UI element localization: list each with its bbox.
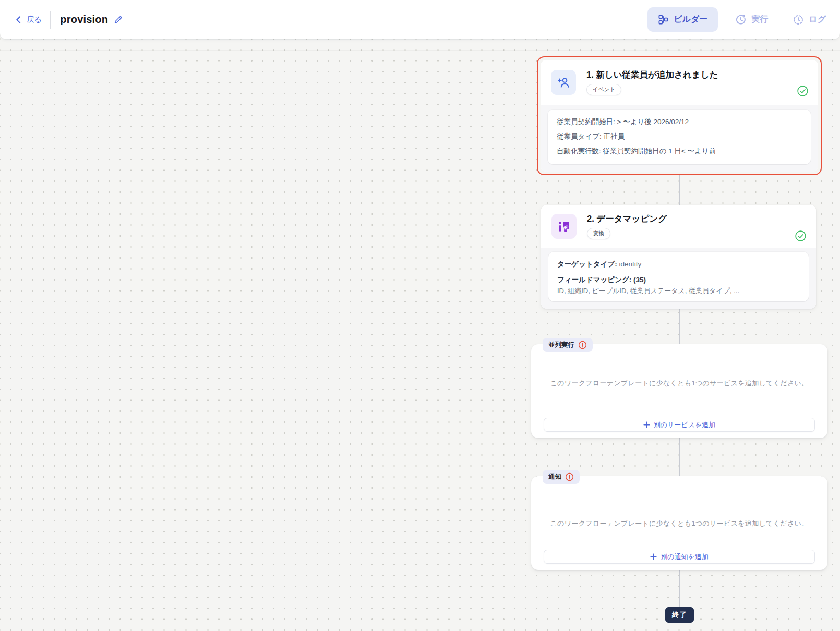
workflow-builder-screen: 戻る provision ビルダー 実行 ログ: [0, 0, 840, 631]
logs-clock-icon: [793, 14, 804, 26]
add-service-button[interactable]: 別のサービスを追加: [544, 418, 815, 432]
step-card-event[interactable]: 1. 新しい従業員が追加されました イベント 従業員契約開始日: > 〜より後 …: [541, 60, 818, 172]
step-event-body: 従業員契約開始日: > 〜より後 2026/02/12 従業員タイプ: 正社員 …: [541, 105, 818, 172]
field-mapping-preview: ID, 組織ID, ピープルID, 従業員ステータス, 従業員タイプ, ...: [557, 285, 800, 296]
step-mapping-title: 2. データマッピング: [587, 213, 667, 225]
back-label: 戻る: [27, 15, 42, 25]
connector-line: [679, 570, 680, 608]
step-event-texts: 1. 新しい従業員が追加されました イベント: [586, 69, 718, 95]
pencil-icon: [113, 15, 123, 25]
add-service-label: 別のサービスを追加: [654, 420, 716, 430]
builder-flow-icon: [658, 14, 669, 25]
parallel-tag: 並列実行: [543, 338, 593, 352]
target-type-label: ターゲットタイプ:: [557, 260, 617, 268]
step-event-type-badge: イベント: [586, 84, 621, 95]
field-mapping-label: フィールドマッピング: (35): [557, 275, 800, 285]
back-chevron-icon: [14, 15, 24, 25]
condition-line: 従業員タイプ: 正社員: [557, 129, 802, 144]
warning-icon: [578, 341, 587, 349]
target-type-value: identity: [619, 260, 641, 268]
step-mapping-type-badge: 変換: [587, 228, 610, 239]
step-event-conditions: 従業員契約開始日: > 〜より後 2026/02/12 従業員タイプ: 正社員 …: [548, 110, 811, 164]
add-notification-button[interactable]: 別の通知を追加: [544, 550, 815, 564]
parallel-tag-label: 並列実行: [548, 341, 574, 349]
plus-icon: [650, 553, 657, 560]
step-mapping-body: ターゲットタイプ: identity フィールドマッピング: (35) ID, …: [541, 248, 816, 309]
tab-logs[interactable]: ログ: [793, 14, 826, 26]
condition-line: 従業員契約開始日: > 〜より後 2026/02/12: [557, 115, 802, 129]
connector-line: [679, 175, 680, 205]
warning-icon: [565, 472, 574, 481]
tab-logs-label: ログ: [809, 14, 826, 25]
tab-builder-label: ビルダー: [674, 14, 707, 25]
header-divider: [50, 11, 51, 29]
empty-state-message: このワークフローテンプレートに少なくとも1つのサービスを追加してください。: [531, 519, 827, 528]
group-card-parallel[interactable]: 並列実行 このワークフローテンプレートに少なくとも1つのサービスを追加してくださ…: [531, 344, 827, 438]
step-event-header: 1. 新しい従業員が追加されました イベント: [541, 60, 818, 105]
connector-line: [679, 438, 680, 476]
tab-run-label: 実行: [751, 14, 768, 25]
condition-line: 自動化実行数: 従業員契約開始日の 1 日< 〜より前: [557, 144, 802, 159]
step-mapping-header: 2. データマッピング 変換: [541, 205, 816, 248]
top-bar: 戻る provision ビルダー 実行 ログ: [0, 0, 840, 39]
run-clock-icon: [735, 14, 747, 26]
step-mapping-summary: ターゲットタイプ: identity フィールドマッピング: (35) ID, …: [548, 252, 809, 301]
connector-line: [679, 309, 680, 344]
plus-icon: [643, 421, 650, 428]
step-mapping-texts: 2. データマッピング 変換: [587, 213, 667, 239]
notification-tag-label: 通知: [548, 472, 561, 481]
back-button[interactable]: 戻る: [14, 15, 42, 25]
tab-run[interactable]: 実行: [735, 14, 768, 26]
group-card-notification[interactable]: 通知 このワークフローテンプレートに少なくとも1つのサービスを追加してください。…: [531, 476, 827, 570]
person-add-icon: [551, 70, 576, 95]
edit-title-button[interactable]: [113, 15, 123, 25]
target-type-line: ターゲットタイプ: identity: [557, 259, 800, 270]
top-bar-left: 戻る provision: [14, 11, 123, 29]
add-notification-label: 別の通知を追加: [661, 552, 709, 562]
top-bar-tabs: ビルダー 実行 ログ: [647, 7, 826, 32]
step-event-title: 1. 新しい従業員が追加されました: [586, 69, 718, 81]
page-title: provision: [60, 14, 108, 26]
step-card-mapping[interactable]: 2. データマッピング 変換 ターゲットタイプ: identity フィールドマ…: [541, 205, 816, 309]
tab-builder[interactable]: ビルダー: [647, 7, 718, 32]
step-event-selection-border: 1. 新しい従業員が追加されました イベント 従業員契約開始日: > 〜より後 …: [537, 56, 822, 175]
data-mapping-icon: [551, 214, 577, 239]
end-badge: 終了: [665, 607, 694, 623]
empty-state-message: このワークフローテンプレートに少なくとも1つのサービスを追加してください。: [531, 379, 827, 388]
success-check-icon: [797, 85, 809, 99]
success-check-icon: [795, 230, 807, 244]
notification-tag: 通知: [543, 470, 580, 484]
